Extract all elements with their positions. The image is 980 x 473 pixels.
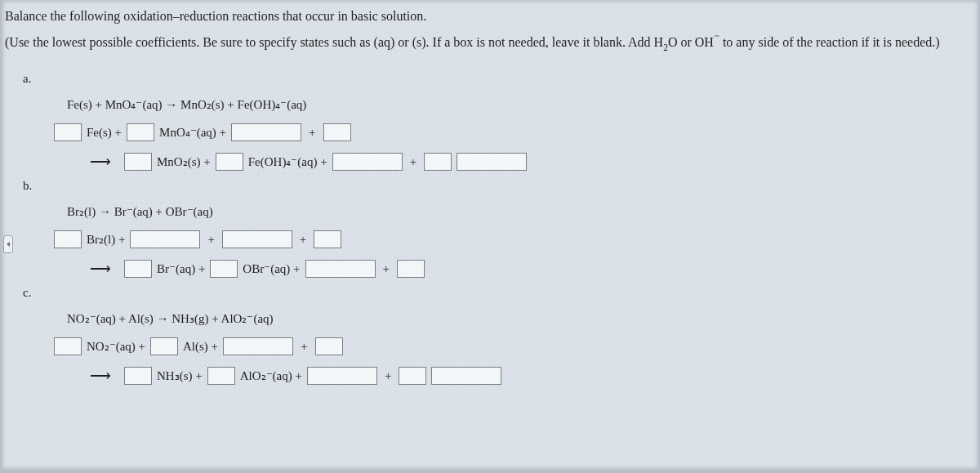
c-alo2-coef[interactable] — [207, 367, 235, 385]
part-c-products-row: ⟶ NH₃(s) + AlO₂⁻(aq) + + — [2, 367, 978, 385]
arrow-icon: ⟶ — [90, 153, 113, 171]
c-react-extra-species[interactable] — [223, 337, 293, 355]
b-br2-coef[interactable] — [54, 230, 82, 248]
c-al-coef[interactable] — [150, 337, 178, 355]
arrow-icon: ⟶ — [90, 367, 113, 385]
a-fe-label: Fe(s) + — [87, 126, 122, 140]
b-br2-label: Br₂(l) + — [87, 232, 125, 247]
a-prod-plus-1: + — [410, 155, 416, 169]
c-prod-plus: + — [385, 369, 391, 383]
b-react-extra-coef[interactable] — [314, 230, 341, 248]
arrow-icon: ⟶ — [90, 260, 113, 278]
instructions: Balance the following oxidation–reductio… — [2, 0, 978, 64]
b-prod-extra-species[interactable] — [305, 260, 376, 278]
a-fe-coef[interactable] — [54, 123, 82, 141]
a-prod-extra-coef[interactable] — [424, 153, 452, 171]
instr2-oh: O or OH — [668, 36, 714, 50]
c-prod-extra-coef[interactable] — [399, 367, 426, 385]
c-nh3-coef[interactable] — [124, 367, 152, 385]
c-no2-label: NO₂⁻(aq) + — [87, 339, 145, 354]
a-prod-extra-species-1[interactable] — [332, 153, 403, 171]
part-b-label: b. — [2, 179, 978, 193]
instr2-tail: to any side of the reaction if it is nee… — [719, 36, 940, 50]
b-react-plus-1: + — [207, 233, 214, 247]
part-a-equation: Fe(s) + MnO₄⁻(aq) → MnO₂(s) + Fe(OH)₄⁻(a… — [2, 97, 978, 112]
b-br-coef[interactable] — [124, 260, 152, 278]
a-mno4-coef[interactable] — [127, 123, 154, 141]
b-react-extra-species-2[interactable] — [222, 230, 292, 248]
a-prod-extra-species-2[interactable] — [457, 153, 527, 171]
a-mno4-label: MnO₄⁻(aq) + — [159, 125, 226, 140]
c-react-extra-coef[interactable] — [315, 337, 343, 355]
b-br-label: Br⁻(aq) + — [157, 261, 205, 276]
part-a-products-row: ⟶ MnO₂(s) + Fe(OH)₄⁻(aq) + + — [2, 153, 978, 171]
part-b-products-row: ⟶ Br⁻(aq) + OBr⁻(aq) + + — [2, 260, 978, 278]
b-react-plus-2: + — [300, 233, 306, 247]
a-feoh4-coef[interactable] — [216, 153, 243, 171]
a-react-extra-species[interactable] — [231, 123, 301, 141]
part-c-equation: NO₂⁻(aq) + Al(s) → NH₃(g) + AlO₂⁻(aq) — [2, 311, 978, 326]
scroll-left-hint[interactable] — [3, 235, 13, 253]
c-al-label: Al(s) + — [183, 340, 218, 354]
part-c-reactants-row: NO₂⁻(aq) + Al(s) + + — [2, 337, 978, 355]
instr2-neg: ⁻ — [714, 32, 719, 44]
c-react-plus: + — [301, 340, 307, 354]
c-nh3-label: NH₃(s) + — [157, 368, 203, 383]
part-b-reactants-row: Br₂(l) + + + — [2, 230, 978, 248]
b-prod-extra-coef[interactable] — [397, 260, 425, 278]
a-mno2-coef[interactable] — [124, 153, 152, 171]
c-alo2-label: AlO₂⁻(aq) + — [240, 368, 302, 383]
part-b-equation: Br₂(l) → Br⁻(aq) + OBr⁻(aq) — [2, 204, 978, 219]
a-react-extra-coef[interactable] — [323, 123, 351, 141]
worksheet-page: Balance the following oxidation–reductio… — [2, 0, 978, 470]
a-react-plus: + — [309, 126, 315, 140]
c-prod-extra-species-2[interactable] — [431, 367, 501, 385]
part-c-label: c. — [2, 286, 978, 300]
instr2-pre: (Use the lowest possible coefficients. B… — [5, 36, 663, 50]
instruction-line-2: (Use the lowest possible coefficients. B… — [5, 30, 973, 54]
a-mno2-label: MnO₂(s) + — [157, 154, 211, 169]
part-a-label: a. — [2, 72, 978, 86]
b-react-extra-species-1[interactable] — [130, 230, 200, 248]
part-a-reactants-row: Fe(s) + MnO₄⁻(aq) + + — [2, 123, 978, 141]
b-obr-coef[interactable] — [210, 260, 238, 278]
c-no2-coef[interactable] — [54, 337, 82, 355]
c-prod-extra-species-1[interactable] — [307, 367, 377, 385]
instruction-line-1: Balance the following oxidation–reductio… — [5, 7, 973, 25]
b-prod-plus: + — [383, 262, 390, 276]
b-obr-label: OBr⁻(aq) + — [243, 261, 300, 276]
a-feoh4-label: Fe(OH)₄⁻(aq) + — [248, 154, 327, 169]
